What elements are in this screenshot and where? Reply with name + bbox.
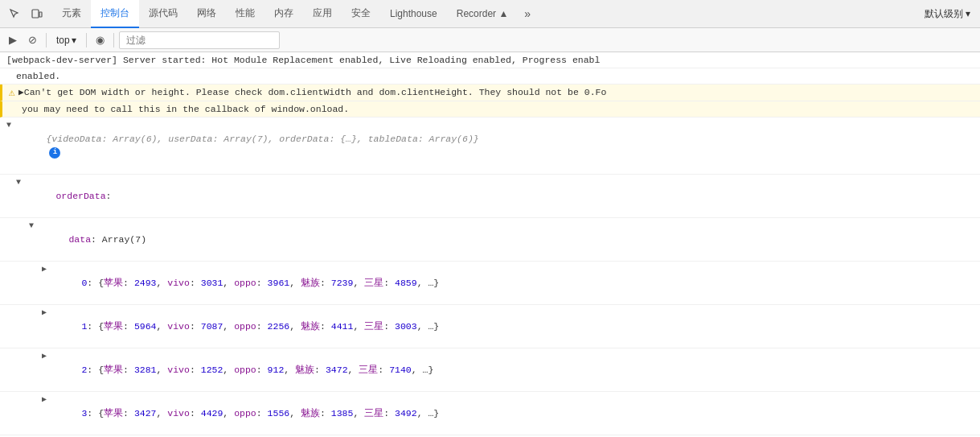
- tab-recorder[interactable]: Recorder ▲: [447, 0, 519, 28]
- row3-text: 3: {苹果: 3427, vivo: 4429, oppo: 1556, 魅族…: [48, 393, 980, 434]
- warning-icon: ⚠: [9, 86, 15, 100]
- tab-application[interactable]: 应用: [303, 0, 342, 28]
- warning-line-2: you may need to call this in the callbac…: [0, 101, 980, 117]
- object-root-text: {videoData: Array(6), userData: Array(7)…: [13, 118, 980, 173]
- stop-button[interactable]: ⊘: [24, 31, 41, 49]
- row1-expand[interactable]: ▶: [42, 306, 47, 320]
- tab-sources[interactable]: 源代码: [139, 0, 187, 28]
- webpack-line-2: enabled.: [0, 68, 980, 85]
- tab-lighthouse[interactable]: Lighthouse: [380, 0, 447, 28]
- nav-tabs: 元素 控制台 源代码 网络 性能 内存 应用 安全 Lighthouse Rec…: [52, 0, 918, 27]
- data-key: data: [68, 234, 91, 245]
- play-icon: ▶: [9, 34, 17, 46]
- orderdata-text: orderData:: [23, 175, 980, 216]
- context-dropdown-icon: ▾: [72, 35, 76, 46]
- console-toolbar: ▶ ⊘ top ▾ ◉: [0, 28, 980, 52]
- nav-left-icons: [3, 0, 52, 27]
- play-button[interactable]: ▶: [5, 31, 21, 49]
- data-array-text: data: Array(7): [35, 219, 980, 260]
- devtools-navbar: 元素 控制台 源代码 网络 性能 内存 应用 安全 Lighthouse Rec…: [0, 0, 980, 28]
- filter-input[interactable]: [119, 31, 280, 49]
- eye-icon: ◉: [96, 34, 105, 46]
- root-expand-arrow[interactable]: ▼: [6, 118, 11, 132]
- default-level-arrow: ▾: [966, 8, 970, 19]
- table-row-0: ▶ 0: {苹果: 2493, vivo: 3031, oppo: 3961, …: [0, 262, 980, 305]
- row3-expand[interactable]: ▶: [42, 393, 47, 406]
- row0-text: 0: {苹果: 2493, vivo: 3031, oppo: 3961, 魅族…: [48, 262, 980, 303]
- webpack-text-2: enabled.: [16, 69, 980, 83]
- tab-console[interactable]: 控制台: [91, 0, 139, 28]
- orderdata-expand-arrow[interactable]: ▼: [16, 175, 21, 189]
- toolbar-divider-2: [86, 33, 87, 47]
- stop-icon: ⊘: [28, 34, 37, 46]
- toolbar-divider-3: [113, 33, 114, 47]
- row2-expand[interactable]: ▶: [42, 349, 47, 363]
- cursor-button[interactable]: [3, 0, 26, 28]
- table-row-3: ▶ 3: {苹果: 3427, vivo: 4429, oppo: 1556, …: [0, 392, 980, 435]
- orderdata-line: ▼ orderData:: [0, 175, 980, 218]
- webpack-line-1: [webpack-dev-server] Server started: Hot…: [0, 52, 980, 68]
- row0-expand[interactable]: ▶: [42, 262, 47, 276]
- row2-text: 2: {苹果: 3281, vivo: 1252, oppo: 912, 魅族:…: [48, 349, 980, 390]
- info-badge[interactable]: i: [49, 147, 60, 159]
- table-row-1: ▶ 1: {苹果: 5964, vivo: 7087, oppo: 2256, …: [0, 305, 980, 348]
- context-selector[interactable]: top ▾: [51, 31, 81, 49]
- tab-performance[interactable]: 性能: [226, 0, 264, 28]
- context-label: top: [56, 35, 70, 46]
- warning-line-1: ⚠ ▶Can't get DOM width or height. Please…: [0, 85, 980, 101]
- tab-memory[interactable]: 内存: [264, 0, 303, 28]
- default-level-label: 默认级别: [925, 7, 963, 21]
- tab-network[interactable]: 网络: [187, 0, 226, 28]
- toolbar-divider-1: [46, 33, 47, 47]
- table-row-2: ▶ 2: {苹果: 3281, vivo: 1252, oppo: 912, 魅…: [0, 348, 980, 392]
- device-button[interactable]: [26, 0, 48, 28]
- eye-button[interactable]: ◉: [92, 31, 109, 49]
- warning-text-2: you may need to call this in the callbac…: [22, 102, 980, 116]
- data-array-line: ▼ data: Array(7): [0, 218, 980, 262]
- object-root-line: ▼ {videoData: Array(6), userData: Array(…: [0, 117, 980, 175]
- warning-text-1: ▶Can't get DOM width or height. Please c…: [18, 85, 980, 99]
- data-expand-arrow[interactable]: ▼: [29, 219, 34, 233]
- orderdata-key: orderData: [55, 191, 105, 201]
- webpack-text-1: [webpack-dev-server] Server started: Hot…: [6, 53, 980, 67]
- svg-rect-0: [32, 10, 39, 18]
- more-tabs-button[interactable]: »: [518, 0, 537, 27]
- default-level-button[interactable]: 默认级别 ▾: [918, 0, 977, 27]
- object-root-italic: {videoData: Array(6), userData: Array(7)…: [46, 134, 478, 144]
- svg-rect-1: [39, 12, 42, 17]
- row1-text: 1: {苹果: 5964, vivo: 7087, oppo: 2256, 魅族…: [48, 306, 980, 347]
- tab-elements[interactable]: 元素: [52, 0, 91, 28]
- tab-security[interactable]: 安全: [342, 0, 380, 28]
- console-output: [webpack-dev-server] Server started: Hot…: [0, 52, 980, 437]
